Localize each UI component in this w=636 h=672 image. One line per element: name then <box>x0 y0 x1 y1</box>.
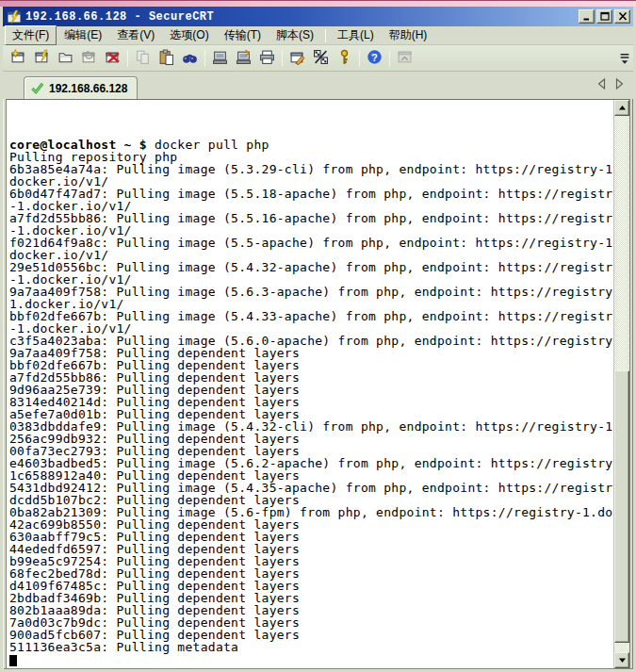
find-icon <box>182 49 198 68</box>
paste-button[interactable] <box>155 47 178 70</box>
print-button[interactable] <box>255 47 279 70</box>
tab-scroll-left-icon[interactable] <box>595 77 608 90</box>
copy-button <box>131 47 155 70</box>
toolbar-separator <box>389 50 390 67</box>
menu-edit[interactable]: 编辑(E) <box>57 25 109 45</box>
ssh-key-icon <box>336 49 352 68</box>
window-title: 192.168.66.128 - SecureCRT <box>25 10 577 24</box>
menu-script[interactable]: 脚本(S) <box>269 25 321 45</box>
paste-icon <box>158 49 174 68</box>
tab-scroll-arrows <box>595 77 626 90</box>
global-options-button[interactable] <box>309 47 333 70</box>
svg-text:?: ? <box>371 51 377 62</box>
raw-log-session-button[interactable] <box>232 47 255 70</box>
toolbar-separator <box>204 50 205 67</box>
desktop-background-strip <box>0 0 636 7</box>
log-session-icon <box>212 49 228 68</box>
help-button[interactable]: ? <box>363 47 386 70</box>
find-button[interactable] <box>178 47 202 70</box>
close-button[interactable] <box>614 9 630 24</box>
scrollbar-track[interactable] <box>614 116 629 652</box>
copy-icon <box>135 49 151 68</box>
tab-scroll-right-icon[interactable] <box>613 77 626 90</box>
connect-button[interactable] <box>30 47 54 70</box>
ssh-key-button[interactable] <box>333 47 356 70</box>
raw-log-session-icon <box>236 49 252 68</box>
session-tab[interactable]: 192.168.66.128 <box>24 76 138 99</box>
terminal-line <box>9 114 613 126</box>
session-options-button[interactable] <box>285 47 309 70</box>
toolbar-separator <box>359 50 360 67</box>
title-bar[interactable]: 192.168.66.128 - SecureCRT <box>3 7 633 26</box>
quick-connect-button[interactable] <box>7 47 30 70</box>
toolbar-overflow-chevron-icon[interactable] <box>618 49 631 68</box>
scrollbar-thumb[interactable] <box>614 370 629 643</box>
securecrt-app-icon <box>7 9 22 25</box>
reconnect-button <box>77 47 101 70</box>
terminal-line <box>9 653 613 665</box>
connect-icon <box>34 49 50 68</box>
reconnect-icon <box>81 49 97 68</box>
maximize-button[interactable] <box>596 9 612 24</box>
scroll-down-arrow-icon[interactable] <box>614 652 629 668</box>
menu-tools[interactable]: 工具(L) <box>330 25 382 45</box>
connect-in-tab-button[interactable] <box>54 47 77 70</box>
connected-check-icon <box>30 81 44 95</box>
menu-transfer[interactable]: 传输(T) <box>217 25 269 45</box>
help-icon: ? <box>367 49 383 68</box>
securecrt-window: 192.168.66.128 - SecureCRT 文件(F) 编辑(E) 查… <box>0 7 636 672</box>
menu-options[interactable]: 选项(O) <box>162 25 216 45</box>
fullscreen-icon <box>397 49 413 68</box>
terminal-cursor <box>9 655 17 666</box>
menu-bar: 文件(F) 编辑(E) 查看(V) 选项(O) 传输(T) 脚本(S) 工具(L… <box>3 26 633 45</box>
vertical-scrollbar[interactable] <box>613 100 629 668</box>
toolbar-separator <box>127 50 128 67</box>
fullscreen-button <box>393 47 416 70</box>
disconnect-button[interactable] <box>101 47 124 70</box>
menu-view[interactable]: 查看(V) <box>109 25 162 45</box>
global-options-icon <box>313 49 329 68</box>
menu-help[interactable]: 帮助(H) <box>382 25 435 45</box>
menu-separator <box>325 29 326 42</box>
toolbar-separator <box>282 50 283 67</box>
session-tab-label: 192.168.66.128 <box>49 82 127 95</box>
print-icon <box>259 49 275 68</box>
terminal-line <box>9 102 613 114</box>
minimize-button[interactable] <box>579 9 595 24</box>
disconnect-icon <box>105 49 121 68</box>
scroll-up-arrow-icon[interactable] <box>614 100 629 116</box>
terminal-line: 511136ea3c5a: Pulling metadata <box>9 641 613 653</box>
session-tab-bar: 192.168.66.128 <box>3 72 633 99</box>
session-options-icon <box>289 49 305 68</box>
menu-file[interactable]: 文件(F) <box>5 25 57 45</box>
connect-in-tab-icon <box>57 49 73 68</box>
quick-connect-icon <box>10 49 26 68</box>
terminal-frame: core@localhost ~ $ docker pull phpPullin… <box>6 99 630 669</box>
log-session-button[interactable] <box>208 47 232 70</box>
toolbar: ? <box>3 45 633 72</box>
terminal-screen[interactable]: core@localhost ~ $ docker pull phpPullin… <box>7 100 613 668</box>
